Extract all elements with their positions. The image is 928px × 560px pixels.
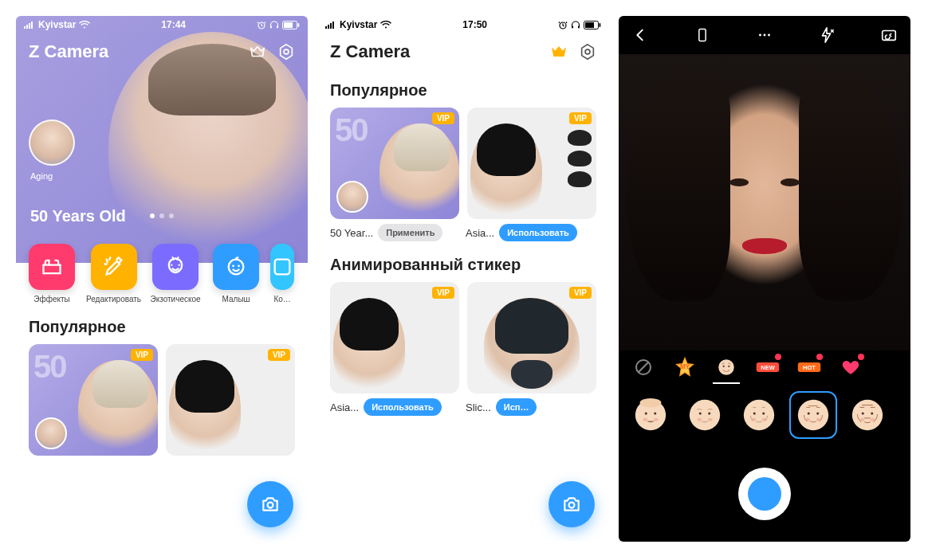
alarm-icon	[257, 21, 266, 29]
svg-point-35	[718, 359, 734, 375]
age-preset-selected[interactable]	[791, 393, 836, 437]
svg-point-11	[229, 260, 244, 275]
shutter-button[interactable]	[738, 468, 791, 520]
more-button[interactable]	[754, 25, 775, 45]
svg-point-26	[585, 49, 590, 54]
settings-icon[interactable]	[277, 43, 295, 61]
aspect-ratio-button[interactable]	[692, 25, 713, 45]
use-button[interactable]: Использовать	[364, 398, 442, 416]
svg-point-50	[708, 418, 713, 421]
vip-badge: VIP	[432, 112, 454, 124]
svg-rect-1	[26, 25, 28, 29]
headphones-icon	[269, 21, 279, 29]
card-name: Asia...	[330, 401, 359, 413]
hero-mini-avatar[interactable]	[29, 119, 75, 166]
hero-age-label: 50 Years Old	[30, 207, 126, 225]
svg-rect-25	[599, 23, 600, 27]
svg-point-65	[871, 418, 875, 421]
apply-button[interactable]: Применить	[378, 224, 442, 241]
card-sticker[interactable]: VIP	[330, 282, 459, 394]
tool-label: Малыш	[222, 295, 250, 303]
card-hair[interactable]: VIP	[166, 344, 295, 456]
my-star-icon[interactable]: MY	[673, 355, 697, 379]
age-preset-bar	[619, 384, 910, 446]
svg-point-64	[859, 418, 864, 421]
hero-banner[interactable]: Kyivstar 17:44 Z Camera Aging	[16, 16, 308, 263]
svg-point-36	[723, 366, 725, 367]
age-preset[interactable]	[737, 393, 781, 437]
svg-point-45	[645, 413, 647, 415]
filter-category-bar: MY NEW HOT	[619, 350, 910, 384]
age-preset[interactable]	[845, 393, 890, 437]
card-hair[interactable]: VIP	[467, 108, 596, 219]
wifi-icon	[79, 21, 90, 29]
tool-label: Редактировать	[86, 295, 141, 303]
app-header: Z Camera	[317, 33, 609, 67]
age-preset[interactable]	[682, 393, 727, 437]
screen-camera: MY NEW HOT	[619, 16, 910, 542]
heart-icon[interactable]	[839, 355, 863, 379]
settings-icon[interactable]	[579, 43, 596, 61]
none-icon[interactable]	[631, 355, 655, 379]
carrier-label: Kyivstar	[340, 19, 377, 30]
vip-badge: VIP	[569, 112, 592, 124]
svg-point-58	[798, 400, 828, 430]
tool-exotic[interactable]: Экзотическое	[149, 244, 202, 303]
svg-point-27	[569, 503, 575, 508]
status-bar: Kyivstar 17:50	[317, 16, 609, 33]
tool-more[interactable]: Ко…	[270, 244, 294, 303]
svg-point-10	[284, 49, 289, 54]
svg-point-15	[268, 503, 273, 508]
svg-point-31	[768, 34, 770, 37]
alarm-icon	[558, 21, 568, 29]
tool-label: Экзотическое	[151, 295, 201, 303]
svg-text:HOT: HOT	[803, 364, 816, 371]
age-preset[interactable]	[628, 393, 673, 437]
svg-rect-24	[585, 22, 594, 28]
aging-category-icon[interactable]	[714, 355, 738, 379]
camera-fab[interactable]	[549, 481, 595, 527]
tool-label: Ко…	[273, 295, 290, 303]
tool-baby[interactable]: Малыш	[210, 244, 262, 303]
battery-icon	[584, 21, 601, 29]
card-aging[interactable]: VIP	[330, 108, 459, 219]
camera-fab[interactable]	[247, 481, 293, 527]
card-sticker[interactable]: VIP	[467, 282, 596, 394]
section-popular-title: Популярное	[16, 303, 308, 344]
svg-rect-21	[572, 25, 573, 28]
app-title: Z Camera	[29, 41, 108, 62]
card-name: Slic...	[466, 401, 491, 413]
screen-catalog: Kyivstar 17:50 Z Camera Популярное VIP V…	[317, 16, 609, 542]
app-header: Z Camera	[16, 33, 308, 67]
shutter-area	[619, 446, 910, 542]
svg-rect-2	[29, 23, 30, 29]
svg-rect-5	[270, 25, 272, 28]
tool-edit[interactable]: Редактировать	[86, 244, 141, 303]
svg-point-52	[708, 413, 710, 415]
svg-rect-17	[328, 25, 329, 29]
card-aging[interactable]: VIP	[29, 344, 158, 456]
crown-icon[interactable]	[550, 43, 568, 61]
new-tag-icon[interactable]: NEW	[756, 355, 780, 379]
tool-effects[interactable]: Эффекты	[26, 244, 78, 303]
vip-badge: VIP	[432, 287, 454, 299]
use-button[interactable]: Использовать	[499, 224, 577, 241]
hero-pager[interactable]	[150, 213, 174, 218]
app-title: Z Camera	[330, 41, 410, 62]
flash-button[interactable]	[816, 25, 837, 45]
svg-point-61	[808, 413, 810, 415]
svg-rect-16	[325, 26, 327, 29]
hot-tag-icon[interactable]: HOT	[797, 355, 821, 379]
use-button[interactable]: Исп…	[496, 398, 537, 416]
svg-text:NEW: NEW	[761, 364, 775, 371]
crown-icon[interactable]	[249, 43, 266, 61]
switch-camera-button[interactable]	[879, 25, 899, 45]
screen-home: Kyivstar 17:44 Z Camera Aging	[16, 16, 308, 542]
svg-rect-14	[275, 260, 290, 275]
section-sticker-title: Анимированный стикер	[317, 241, 609, 282]
svg-point-57	[762, 413, 765, 415]
svg-point-47	[640, 398, 662, 408]
vip-badge: VIP	[131, 349, 153, 361]
back-button[interactable]	[630, 25, 651, 45]
vip-badge: VIP	[569, 287, 592, 299]
